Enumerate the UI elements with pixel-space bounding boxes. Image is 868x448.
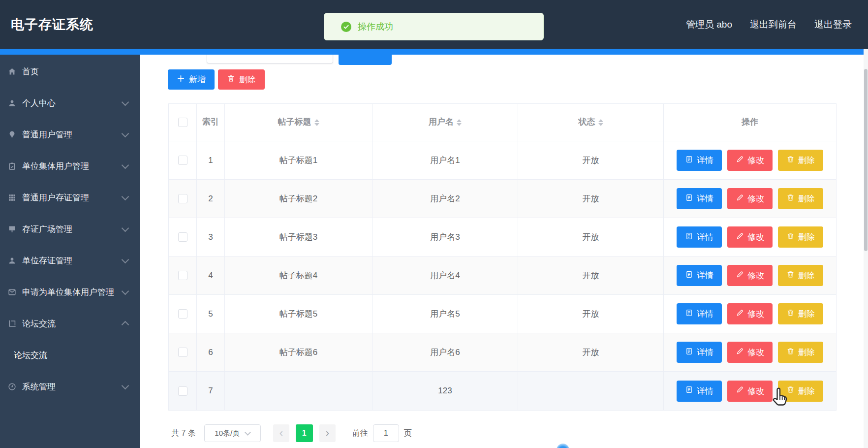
check-circle-icon xyxy=(341,22,351,32)
exit-to-front-link[interactable]: 退出到前台 xyxy=(750,18,797,31)
table-body: 1 帖子标题1 用户名1 开放 详情 修改 删除 xyxy=(169,141,836,410)
delete-button[interactable]: 删除 xyxy=(778,265,823,286)
sidebar-item-label: 单位存证管理 xyxy=(22,255,72,266)
edit-button[interactable]: 修改 xyxy=(727,265,773,286)
sort-carets-icon[interactable] xyxy=(598,119,603,126)
current-user-menu[interactable]: 管理员 abo xyxy=(686,18,732,31)
sidebar-item-label: 首页 xyxy=(22,66,39,77)
title-header-label: 帖子标题 xyxy=(278,117,311,128)
pen-icon xyxy=(736,347,744,358)
pen-icon xyxy=(736,232,744,243)
sidebar-item-5[interactable]: 存证广场管理 xyxy=(0,213,140,245)
detail-button[interactable]: 详情 xyxy=(677,303,722,324)
chevron-down-icon xyxy=(122,161,129,169)
trash-icon xyxy=(786,385,795,396)
total-count-label: 共 7 条 xyxy=(171,428,196,439)
sidebar-item-label: 存证广场管理 xyxy=(22,224,72,235)
next-page-button[interactable]: › xyxy=(319,424,336,442)
vertical-scrollbar[interactable] xyxy=(864,49,868,448)
status-header[interactable]: 状态 xyxy=(518,104,664,141)
row-select-cell xyxy=(169,372,197,410)
search-button[interactable] xyxy=(339,55,392,65)
sidebar-item-6[interactable]: 单位存证管理 xyxy=(0,245,140,276)
trash-icon xyxy=(786,347,795,358)
sidebar-item-label: 普通用户管理 xyxy=(22,129,72,140)
sort-carets-icon[interactable] xyxy=(314,119,319,126)
select-all-checkbox[interactable] xyxy=(178,118,187,127)
bulk-delete-button[interactable]: 删除 xyxy=(218,69,265,90)
row-checkbox[interactable] xyxy=(178,156,187,165)
ops-cell: 详情 修改 删除 xyxy=(664,218,836,256)
logout-link[interactable]: 退出登录 xyxy=(814,18,852,31)
user-cell: 123 xyxy=(372,372,518,410)
main-content: 新增 删除 索引 帖子标题 用户名 xyxy=(140,55,864,448)
user-header[interactable]: 用户名 xyxy=(372,104,518,141)
sidebar-item-10[interactable]: 系统管理 xyxy=(0,371,140,402)
toast-message: 操作成功 xyxy=(358,21,393,32)
delete-button[interactable]: 删除 xyxy=(778,226,823,248)
sidebar-item-0[interactable]: 首页 xyxy=(0,56,140,87)
row-checkbox[interactable] xyxy=(178,309,187,319)
edit-button[interactable]: 修改 xyxy=(727,381,773,402)
row-checkbox[interactable] xyxy=(178,232,187,242)
crop-icon xyxy=(7,319,17,328)
page-size-select[interactable]: 10条/页 xyxy=(204,424,261,442)
sort-carets-icon[interactable] xyxy=(457,119,462,126)
row-checkbox[interactable] xyxy=(178,271,187,280)
trash-icon xyxy=(786,270,795,281)
ops-cell: 详情 修改 删除 xyxy=(664,141,836,180)
table-header-row: 索引 帖子标题 用户名 状态 操作 xyxy=(169,104,836,141)
goto-page-input[interactable] xyxy=(373,424,399,442)
delete-button-label: 删除 xyxy=(798,385,815,397)
delete-button[interactable]: 删除 xyxy=(778,188,823,209)
detail-button[interactable]: 详情 xyxy=(677,381,722,402)
user-icon xyxy=(7,98,17,108)
detail-button[interactable]: 详情 xyxy=(677,342,722,363)
prev-page-button[interactable]: ‹ xyxy=(273,424,289,442)
edit-button[interactable]: 修改 xyxy=(727,188,773,209)
row-checkbox[interactable] xyxy=(178,386,187,396)
detail-button[interactable]: 详情 xyxy=(677,188,722,209)
sidebar-item-7[interactable]: 申请为单位集体用户管理 xyxy=(0,276,140,308)
row-select-cell xyxy=(169,333,197,372)
detail-button-label: 详情 xyxy=(697,231,713,243)
sidebar-item-1[interactable]: 个人中心 xyxy=(0,87,140,119)
user-cell: 用户名6 xyxy=(372,333,518,372)
sidebar-item-9[interactable]: 论坛交流 xyxy=(0,339,140,371)
pen-icon xyxy=(736,385,744,396)
detail-button[interactable]: 详情 xyxy=(677,265,722,286)
chevron-down-icon xyxy=(122,192,129,200)
add-button[interactable]: 新增 xyxy=(168,69,215,90)
detail-button[interactable]: 详情 xyxy=(677,150,722,171)
doc-icon xyxy=(685,193,693,204)
scrollbar-thumb[interactable] xyxy=(864,69,868,251)
edit-button[interactable]: 修改 xyxy=(727,150,773,171)
row-actions: 详情 修改 删除 xyxy=(677,303,823,324)
delete-button[interactable]: 删除 xyxy=(778,381,823,402)
home-icon xyxy=(7,66,17,76)
doc-icon xyxy=(685,155,693,166)
table-row: 1 帖子标题1 用户名1 开放 详情 修改 删除 xyxy=(169,141,836,180)
edit-button[interactable]: 修改 xyxy=(727,303,773,324)
delete-button[interactable]: 删除 xyxy=(778,303,823,324)
index-cell: 3 xyxy=(197,218,225,256)
sidebar-item-2[interactable]: 普通用户管理 xyxy=(0,119,140,150)
table-row: 5 帖子标题5 用户名5 开放 详情 修改 删除 xyxy=(169,295,836,333)
delete-button[interactable]: 删除 xyxy=(778,342,823,363)
row-checkbox[interactable] xyxy=(178,348,187,357)
title-cell: 帖子标题4 xyxy=(225,256,372,295)
doc-icon xyxy=(685,309,693,320)
search-input[interactable] xyxy=(207,55,333,64)
mail-icon xyxy=(7,287,17,297)
delete-button[interactable]: 删除 xyxy=(778,150,823,171)
row-checkbox[interactable] xyxy=(178,194,187,203)
sidebar-item-4[interactable]: 普通用户存证管理 xyxy=(0,182,140,213)
current-page-button[interactable]: 1 xyxy=(296,424,313,442)
edit-button[interactable]: 修改 xyxy=(727,226,773,248)
add-button-label: 新增 xyxy=(189,74,206,85)
edit-button[interactable]: 修改 xyxy=(727,342,773,363)
title-header[interactable]: 帖子标题 xyxy=(225,104,372,141)
sidebar-item-3[interactable]: 单位集体用户管理 xyxy=(0,150,140,182)
detail-button[interactable]: 详情 xyxy=(677,226,722,248)
sidebar-item-8[interactable]: 论坛交流 xyxy=(0,308,140,339)
